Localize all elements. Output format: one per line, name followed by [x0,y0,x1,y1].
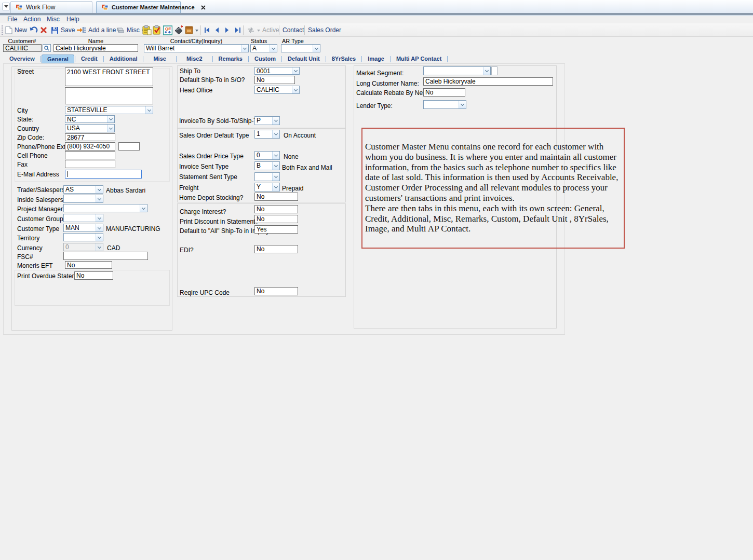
trader-combo[interactable]: AS [63,185,103,194]
nav-prev-button[interactable] [214,25,219,35]
phone-field[interactable] [65,142,115,151]
chevron-down-icon[interactable] [272,130,279,138]
archive-button[interactable] [185,25,198,35]
state-combo[interactable]: NC [65,115,115,123]
project-manager-combo[interactable] [63,204,147,212]
menu-file[interactable]: File [7,16,17,23]
default-ship-to-field[interactable] [254,76,295,84]
email-field[interactable] [65,170,142,179]
statement-sent-type-combo[interactable] [254,172,280,181]
tab-overview[interactable]: Overview [4,54,40,63]
chevron-down-icon[interactable] [107,125,114,132]
edi-field[interactable] [254,245,298,253]
inside-salesperson-combo[interactable] [63,195,103,203]
tab-image[interactable]: Image [362,54,389,63]
chevron-down-icon[interactable] [96,243,103,251]
window-tab-customer-master[interactable]: Customer Master Maintenance [96,1,181,13]
misc-button[interactable]: Misc [115,25,145,35]
save-button[interactable]: Save [51,25,75,35]
contact-button[interactable]: Contact [283,25,304,35]
sales-order-button[interactable]: Sales Order [308,25,341,35]
chevron-down-icon[interactable] [145,106,153,114]
customer-lookup-button[interactable] [43,44,51,52]
so-default-type-combo[interactable]: 1 [254,130,280,139]
menu-misc[interactable]: Misc [47,16,60,23]
chevron-down-icon[interactable] [107,116,114,122]
delete-button[interactable] [40,25,47,35]
invoice-sent-type-combo[interactable]: B [254,161,280,170]
currency-combo[interactable]: 0 [63,243,103,251]
reqire-upc-field[interactable] [254,287,298,295]
chevron-down-icon[interactable] [483,67,490,75]
customer-type-combo[interactable]: MAN [63,224,103,232]
freight-combo[interactable]: Y [254,183,280,192]
charge-interest-field[interactable] [254,205,298,213]
print-overdue-field[interactable] [74,271,113,280]
so-price-type-combo[interactable]: 0 [254,151,280,160]
head-office-combo[interactable]: CALHIC [254,86,300,94]
refresh-dropdown-caret[interactable] [257,30,260,33]
chevron-down-icon[interactable] [272,152,279,159]
status-combo[interactable]: A [250,44,277,52]
fax-field[interactable] [65,160,115,168]
chevron-down-icon[interactable] [272,183,279,191]
tab-misc2[interactable]: Misc2 [177,54,212,63]
chevron-down-icon[interactable] [96,186,103,193]
home-depot-field[interactable] [254,193,298,201]
tab-general[interactable]: General [42,54,74,63]
clipboard-check-button[interactable] [153,25,162,35]
territory-combo[interactable] [63,233,103,241]
refresh-button[interactable]: Active [247,25,279,35]
lender-type-combo[interactable] [423,100,466,109]
tab-multi-ap-contact[interactable]: Multi AP Contact [391,54,447,63]
cell-phone-field[interactable] [65,151,115,159]
tab-credit[interactable]: Credit [76,54,103,63]
archive-dropdown-caret[interactable] [195,30,198,33]
clipboard-notes-button[interactable] [142,25,152,35]
menu-help[interactable]: Help [66,16,79,23]
invoice-to-combo[interactable]: P [254,116,280,125]
nav-last-button[interactable] [235,25,241,35]
street-line2-field[interactable] [65,87,153,104]
tab-8yrsales[interactable]: 8YrSales [327,54,361,63]
chevron-down-icon[interactable] [272,162,279,170]
chevron-down-icon[interactable] [96,234,103,241]
chevron-down-icon[interactable] [313,45,320,52]
chevron-down-icon[interactable] [96,214,103,222]
tab-list-dropdown-button[interactable] [2,3,10,10]
tab-additional[interactable]: Additional [104,54,143,63]
chevron-down-icon[interactable] [292,67,299,74]
chevron-down-icon[interactable] [272,173,279,181]
customer-group-combo[interactable] [63,214,103,222]
close-tab-icon[interactable] [201,5,206,10]
name-field[interactable] [53,44,138,52]
zip-code-field[interactable] [65,133,115,141]
chevron-down-icon[interactable] [270,45,277,52]
ship-to-combo[interactable]: 0001 [254,67,300,75]
country-combo[interactable]: USA [65,124,115,132]
add-a-line-button[interactable]: Add a line [76,25,116,35]
chevron-down-icon[interactable] [96,195,103,202]
chevron-down-icon[interactable] [292,86,299,93]
customer-number-field[interactable] [3,44,42,52]
market-segment-combo[interactable] [423,66,491,75]
tab-custom[interactable]: Custom [249,54,281,63]
chevron-down-icon[interactable] [459,101,466,108]
window-tab-workflow[interactable]: Work Flow [10,1,92,13]
calculate-rebate-field[interactable] [423,88,465,97]
undo-button[interactable] [29,25,38,35]
nav-next-button[interactable] [225,25,230,35]
long-customer-name-field[interactable] [423,77,553,86]
print-discount-field[interactable] [254,215,298,223]
quick-entry-button[interactable]: QE [163,25,172,35]
contact-city-combo[interactable]: Will Barret [144,44,249,52]
city-combo[interactable]: STATESVILLE [65,106,153,114]
chevron-down-icon[interactable] [241,45,248,52]
phone-ext-field[interactable] [118,142,140,151]
tool-add-button[interactable] [173,25,184,35]
nav-first-button[interactable] [204,25,210,35]
tab-misc[interactable]: Misc [144,54,175,63]
ar-type-combo[interactable] [281,44,320,52]
chevron-down-icon[interactable] [96,224,103,231]
tab-remarks[interactable]: Remarks [213,54,248,63]
